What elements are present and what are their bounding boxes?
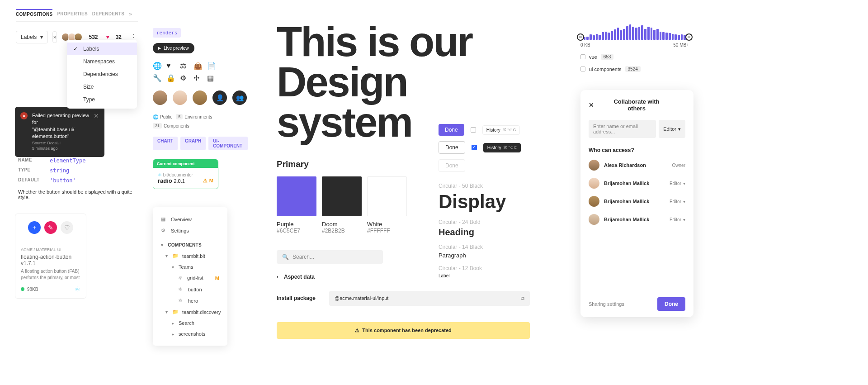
typo-label: Circular - 14 Black bbox=[439, 244, 533, 250]
avatar bbox=[589, 214, 599, 225]
install-label: Install package bbox=[277, 295, 316, 301]
heart-icon[interactable]: ♥ bbox=[106, 34, 109, 40]
typo-sample: Label bbox=[439, 273, 533, 278]
tab-compositions[interactable]: COMPOSITIONS bbox=[16, 9, 52, 18]
typo-sample: Paragraph bbox=[439, 252, 533, 259]
checkbox-unchecked[interactable] bbox=[471, 127, 476, 133]
renders-tag: renders bbox=[153, 28, 181, 38]
histogram-bar bbox=[662, 32, 665, 40]
expand-icon-button[interactable]: » bbox=[52, 31, 57, 43]
checkbox-checked[interactable] bbox=[472, 145, 477, 150]
histogram-bar bbox=[586, 37, 589, 40]
meta-type-value: string bbox=[50, 167, 69, 174]
nav-overview[interactable]: ▦Overview bbox=[157, 214, 223, 225]
nav-settings[interactable]: ⚙Settings bbox=[157, 225, 223, 236]
gear-icon: ⚙ bbox=[161, 228, 166, 233]
access-list: Alexa RichardsonOwnerBrijamohan MallickE… bbox=[589, 160, 685, 225]
react-icon: ⚛ bbox=[178, 286, 184, 292]
move-icon: ✢ bbox=[193, 74, 204, 82]
checkbox[interactable] bbox=[580, 54, 585, 59]
swatch-hex: #2B2B2B bbox=[322, 228, 362, 234]
tree-item-button[interactable]: ⚛button bbox=[157, 284, 223, 295]
role-dropdown[interactable]: Editor▾ bbox=[659, 120, 685, 138]
person-role-dropdown[interactable]: Editor ▾ bbox=[670, 181, 685, 186]
toast-text: Failed generating preview for bbox=[32, 112, 89, 126]
person-role-dropdown[interactable]: Editor ▾ bbox=[670, 217, 685, 222]
sharing-settings-link[interactable]: Sharing settings bbox=[589, 301, 624, 307]
sidebar-navigator: ▦Overview ⚙Settings ▾COMPONENTS ▾📁teambi… bbox=[153, 207, 227, 346]
meta-name-value: elementType bbox=[50, 157, 85, 164]
done-button-disabled: Done bbox=[439, 159, 465, 172]
tree-item-gridlist[interactable]: ⚛grid-listM bbox=[157, 272, 223, 284]
tree-item-teambit[interactable]: ▾📁teambit.bit bbox=[157, 250, 223, 261]
search-placeholder: Search... bbox=[292, 254, 314, 260]
search-icon: 🔍 bbox=[282, 254, 289, 260]
card-title: floating-action-button bbox=[21, 254, 71, 260]
dropdown-item-label: Namespaces bbox=[83, 58, 115, 65]
done-button[interactable]: Done bbox=[657, 297, 685, 311]
typo-sample: Heading bbox=[439, 227, 533, 238]
tree-item-teams[interactable]: ▾Teams bbox=[157, 261, 223, 272]
tree-item-search[interactable]: ▸Search bbox=[157, 318, 223, 328]
warning-icon: ⚠ bbox=[355, 328, 359, 333]
done-button-outline[interactable]: Done bbox=[439, 141, 465, 154]
tag-chart[interactable]: CHART bbox=[153, 137, 178, 150]
dropdown-item-type[interactable]: Type bbox=[67, 93, 137, 106]
component-card[interactable]: + ✎ ♡ ACME / MATERIAL-UI floating-action… bbox=[15, 214, 86, 299]
dropdown-item-namespaces[interactable]: Namespaces bbox=[67, 55, 137, 68]
tree-item-discovery[interactable]: ▾📁teambit.discovery bbox=[157, 306, 223, 318]
close-icon[interactable]: ✕ bbox=[589, 101, 594, 109]
histogram-bar bbox=[651, 28, 653, 40]
chevron-right-icon: › bbox=[277, 274, 278, 280]
person-role-dropdown[interactable]: Editor ▾ bbox=[670, 199, 685, 204]
check-icon: ✓ bbox=[73, 46, 79, 52]
live-preview-button[interactable]: Live preview bbox=[153, 43, 194, 53]
tabs-overflow-icon[interactable]: » bbox=[129, 11, 132, 17]
meta-default-value: 'button' bbox=[50, 177, 76, 184]
fab-heart-icon: ♡ bbox=[61, 221, 73, 234]
labels-dropdown[interactable]: Labels ▾ bbox=[16, 31, 48, 43]
histogram-bar bbox=[660, 32, 662, 40]
collaborator-input[interactable]: Enter name or email address... bbox=[589, 120, 656, 138]
grid-icon: ▦ bbox=[161, 216, 166, 222]
toast-text: elements.button" bbox=[32, 133, 89, 140]
dropdown-item-dependencies[interactable]: Dependencies bbox=[67, 68, 137, 81]
legend-row[interactable]: vue653 bbox=[580, 54, 689, 60]
search-input[interactable]: 🔍 Search... bbox=[277, 250, 383, 264]
prop-meta: NAMEelementType TYPEstring DEFAULT'butto… bbox=[18, 157, 136, 200]
install-command: @acme.material-ui/input bbox=[335, 295, 388, 301]
avatar bbox=[153, 90, 167, 105]
legend-count: 653 bbox=[601, 54, 614, 60]
histogram-bar bbox=[599, 35, 601, 40]
history-shortcut-dark[interactable]: History⌘ ⌥ C bbox=[483, 143, 521, 152]
person-name: Brijamohan Mallick bbox=[604, 217, 665, 222]
histogram-bar bbox=[614, 29, 616, 40]
history-shortcut[interactable]: History⌘ ⌥ C bbox=[482, 125, 520, 135]
legend-row[interactable]: ui components3524 bbox=[580, 66, 689, 72]
color-swatch: White #FFFFFF bbox=[367, 176, 407, 234]
size-histogram[interactable]: IIIIII bbox=[580, 24, 689, 40]
access-person-row: Brijamohan MallickEditor ▾ bbox=[589, 196, 685, 207]
install-command-box: @acme.material-ui/input ⧉ bbox=[329, 291, 530, 306]
bag-icon: 👜 bbox=[193, 62, 204, 70]
histogram-bar bbox=[647, 27, 650, 40]
checkbox[interactable] bbox=[580, 67, 585, 71]
range-handle-left[interactable]: III bbox=[577, 33, 584, 41]
tab-properties[interactable]: PROPERTIES bbox=[57, 10, 87, 17]
swatch-hex: #FFFFFF bbox=[367, 228, 407, 234]
tag-ui-component[interactable]: UI-COMPONENT bbox=[208, 137, 248, 150]
histogram-bar bbox=[675, 34, 677, 40]
histogram-bar bbox=[665, 33, 668, 40]
dropdown-item-labels[interactable]: ✓Labels bbox=[67, 43, 137, 55]
tag-graph[interactable]: GRAPH bbox=[180, 137, 206, 150]
tree-item-screenshots[interactable]: ▸screenshots bbox=[157, 328, 223, 339]
tree-item-hero[interactable]: ⚛hero bbox=[157, 295, 223, 306]
copy-icon[interactable]: ⧉ bbox=[521, 295, 524, 301]
done-button-primary[interactable]: Done bbox=[439, 124, 464, 136]
close-icon[interactable]: ✕ bbox=[94, 112, 99, 152]
dropdown-item-size[interactable]: Size bbox=[67, 81, 137, 93]
range-handle-right[interactable]: III bbox=[685, 33, 693, 41]
histogram-bar bbox=[638, 27, 641, 40]
tab-dependents[interactable]: DEPENDENTS bbox=[92, 10, 124, 17]
legend-name: ui components bbox=[589, 67, 622, 72]
